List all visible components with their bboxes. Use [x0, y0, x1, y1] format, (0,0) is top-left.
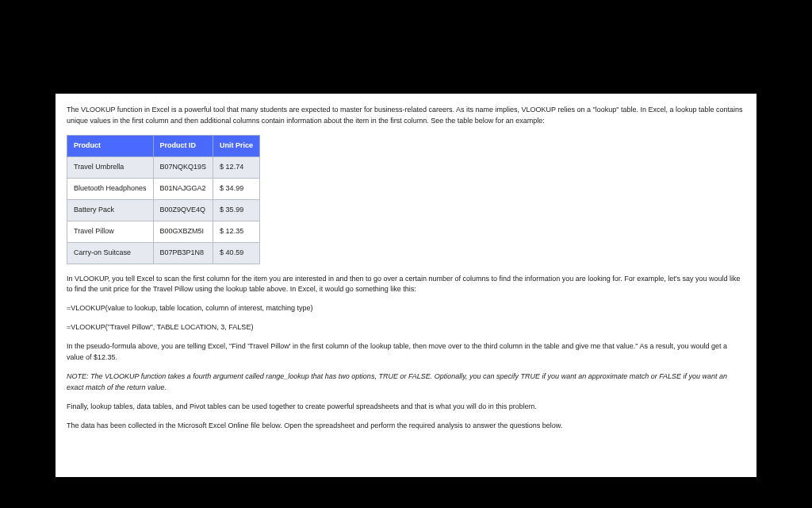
explain-paragraph: In VLOOKUP, you tell Excel to scan the f… [67, 274, 745, 296]
cell-product: Carry-on Suitcase [67, 242, 154, 264]
cell-price: $ 12.74 [213, 156, 260, 178]
cell-id: B07PB3P1N8 [153, 242, 213, 264]
formula-generic: =VLOOKUP(value to lookup, table location… [67, 303, 745, 314]
table-row: Travel Umbrella B07NQKQ19S $ 12.74 [67, 156, 260, 178]
lookup-table: Product Product ID Unit Price Travel Umb… [67, 135, 260, 264]
document-page: The VLOOKUP function in Excel is a power… [56, 94, 756, 477]
cell-product: Battery Pack [67, 199, 154, 221]
table-row: Travel Pillow B00GXBZM5I $ 12.35 [67, 221, 260, 242]
table-row: Battery Pack B00Z9QVE4Q $ 35.99 [67, 199, 260, 221]
closing-paragraph-2: The data has been collected in the Micro… [67, 421, 745, 432]
cell-id: B00GXBZM5I [153, 221, 213, 242]
cell-price: $ 34.99 [213, 178, 260, 199]
col-header-product-id: Product ID [153, 135, 213, 156]
table-header-row: Product Product ID Unit Price [67, 135, 260, 156]
table-row: Bluetooth Headphones B01NAJGGA2 $ 34.99 [67, 178, 260, 199]
intro-paragraph: The VLOOKUP function in Excel is a power… [67, 105, 745, 127]
cell-product: Travel Umbrella [67, 156, 154, 178]
cell-product: Travel Pillow [67, 221, 154, 242]
cell-price: $ 40.59 [213, 242, 260, 264]
pseudo-paragraph: In the pseudo-formula above, you are tel… [67, 341, 745, 364]
col-header-product: Product [67, 135, 154, 156]
col-header-unit-price: Unit Price [213, 135, 260, 156]
cell-id: B07NQKQ19S [153, 156, 213, 178]
table-row: Carry-on Suitcase B07PB3P1N8 $ 40.59 [67, 242, 260, 264]
note-paragraph: NOTE: The VLOOKUP function takes a fourt… [67, 371, 745, 394]
cell-price: $ 35.99 [213, 199, 260, 221]
cell-price: $ 12.35 [213, 221, 260, 242]
cell-id: B00Z9QVE4Q [153, 199, 213, 221]
closing-paragraph-1: Finally, lookup tables, data tables, and… [67, 402, 745, 413]
cell-product: Bluetooth Headphones [67, 178, 154, 199]
cell-id: B01NAJGGA2 [153, 178, 213, 199]
formula-example: =VLOOKUP("Travel Pillow", TABLE LOCATION… [67, 322, 745, 333]
